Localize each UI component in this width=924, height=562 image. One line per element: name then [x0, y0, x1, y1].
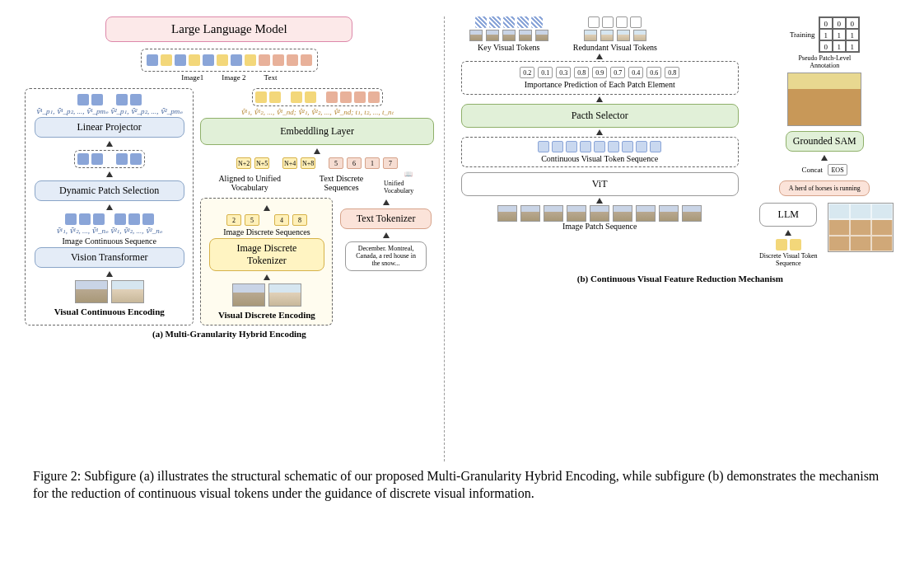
- group-label-image2: Image 2: [222, 73, 245, 82]
- grounded-sam-box: Grounded SAM: [786, 131, 864, 152]
- continuous-token-sequence: [538, 141, 661, 152]
- llm-input-tokens: [147, 54, 312, 66]
- eos-token: EOS: [828, 164, 847, 176]
- vit-box: ViT: [461, 172, 739, 196]
- discrete-encoding-branch: 2 5 4 8 Image Discrete Sequences Image D…: [200, 198, 333, 325]
- concat-label: Concat: [802, 166, 824, 174]
- input-image-thumb: [232, 283, 265, 307]
- text-prompt-box: A herd of horses is running: [779, 180, 870, 196]
- subfigure-b: Key Visual Tokens Redundant Visual Token…: [445, 16, 899, 461]
- continuous-encoding-branch: v̄¹_p₁, v̄¹_p₂, ..., v̄¹_pmₑ v̄²_p₁, v̄²…: [25, 88, 194, 325]
- subfigure-a: Large Language Model Image1 Image 2 Text: [25, 16, 445, 461]
- dynamic-patch-selection-box: Dynamic Patch Selection: [35, 180, 184, 201]
- grounded-sam-output-image: [787, 73, 861, 126]
- cont-encoding-label: Visual Continuous Encoding: [54, 307, 165, 316]
- cont-seq-label: Continuous Visual Token Sequence: [541, 154, 658, 163]
- input-image-thumb: [268, 283, 301, 307]
- unified-vocab-label: Unified Vocabulary: [384, 180, 434, 194]
- img-patch-seq-label: Image Patch Sequence: [461, 222, 739, 231]
- text-tokenizer-box: Text Tokenizer: [340, 208, 432, 229]
- text-disc-seq-label: Text Discrete Sequences: [302, 174, 380, 192]
- pseudo-annotation-matrix: 000 111 011: [819, 16, 860, 53]
- patch-selector-box: Pacth Selector: [461, 104, 739, 128]
- importance-label: Importance Prediction of Each Patch Elem…: [525, 80, 675, 89]
- group-label-text: Text: [264, 73, 278, 82]
- training-label: Training: [790, 30, 815, 39]
- subfigure-a-caption: (a) Multi-Granularity Hybrid Encoding: [25, 329, 434, 339]
- redundant-image-patches: [584, 30, 646, 41]
- img-disc-seq-label: Image Discrete Sequences: [223, 227, 310, 237]
- disc-encoding-label: Visual Discrete Encoding: [218, 310, 315, 320]
- image-patch-sequence: [461, 205, 739, 222]
- linear-projector-box: Linear Projector: [35, 117, 184, 138]
- llm-box-right: LLM: [759, 203, 817, 227]
- aligned-label: Aligned to Unified Vocabulary: [200, 174, 298, 192]
- group-label-image1: Image1: [181, 73, 203, 82]
- input-image-thumb: [111, 280, 144, 303]
- llm-box: Large Language Model: [105, 16, 352, 42]
- img-cont-seq-label: Image Continuous Sequence: [62, 237, 156, 246]
- embedding-layer-box: Embeddling Layer: [200, 118, 433, 145]
- key-image-patches: [469, 30, 548, 41]
- importance-values: 0.2 0.1 0.3 0.8 0.9 0.7 0.4 0.6 0.8: [520, 67, 679, 78]
- subfigure-b-caption: (b) Continuous Visual Feature Reduction …: [461, 274, 899, 283]
- cont-symbols: v̄¹₁, v̄¹₂, ..., v̄¹_nₑ v̄²₁, v̄²₂, ...,…: [56, 227, 162, 235]
- figure-caption: Figure 2: Subfigure (a) illustrates the …: [0, 461, 924, 509]
- text-sample-box: December. Montreal, Canada, a red house …: [345, 241, 427, 271]
- book-icon: 📖: [404, 171, 413, 178]
- disc-token-seq-label: Discrete Visual Token Sequence: [755, 252, 821, 267]
- redundant-visual-tokens-label: Redundant Visual Tokens: [573, 43, 657, 52]
- input-image-grid: [828, 203, 894, 252]
- proj-symbols: v̄¹_p₁, v̄¹_p₂, ..., v̄¹_pmₑ v̄²_p₁, v̄²…: [36, 107, 183, 115]
- image-discrete-tokenizer-box: Image Discrete Tokenizer: [209, 238, 324, 271]
- vision-transformer-box: Vision Transformer: [35, 247, 184, 268]
- embed-symbols: v̂¹₁, v̂¹₂, ..., v̂¹_nd; v̂²₁, v̂²₂, ...…: [240, 108, 393, 116]
- key-visual-tokens-label: Key Visual Tokens: [478, 43, 540, 52]
- pseudo-label: Pseudo Patch-Level Annotation: [796, 54, 853, 69]
- input-image-thumb: [75, 280, 108, 303]
